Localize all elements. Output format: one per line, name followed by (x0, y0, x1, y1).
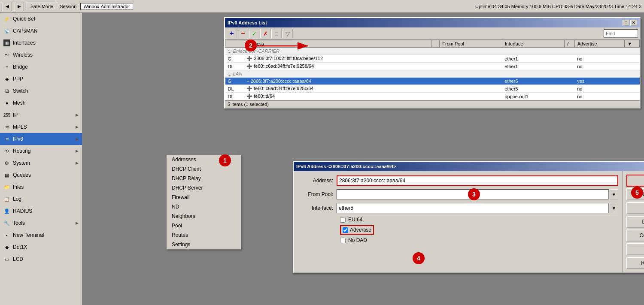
sidebar-item-new-terminal[interactable]: ▪ New Terminal (0, 229, 82, 241)
menu-item-settings[interactable]: Settings (167, 240, 241, 249)
sidebar-label-wireless: Wireless (13, 52, 79, 58)
cross-button[interactable]: ✗ (260, 29, 270, 38)
remove-button[interactable]: Remove (626, 257, 644, 269)
flag-dl3: DL (225, 93, 244, 100)
capsman-icon: 📡 (3, 27, 10, 34)
col-address: Address (244, 40, 431, 48)
sidebar-item-tools[interactable]: 🔧 Tools ▶ (0, 217, 82, 229)
copy-dialog-button[interactable]: Copy (626, 243, 644, 255)
eui64-checkbox[interactable] (340, 217, 346, 223)
cancel-button[interactable]: Cancel (626, 188, 644, 200)
sidebar-item-interfaces[interactable]: ▦ Interfaces (0, 37, 82, 49)
tools-arrow: ▶ (76, 221, 79, 225)
from-pool-dropdown[interactable]: ▼ (610, 189, 618, 199)
copy-button[interactable]: □ (271, 29, 282, 38)
sidebar-item-ip[interactable]: 255 IP ▶ (0, 109, 82, 121)
col-from-pool: From Pool (440, 40, 502, 48)
interface-dropdown[interactable]: ▼ (610, 203, 618, 213)
sidebar-item-quick-set[interactable]: ⚡ Quick Set (0, 13, 82, 25)
sidebar-item-queues[interactable]: ▤ Queues (0, 169, 82, 181)
sidebar-item-switch[interactable]: ⊞ Switch (0, 85, 82, 97)
table-row[interactable]: G ➕ 2806:3f7:1002::ffff:f0ca:bebe/112 et… (225, 55, 640, 63)
iface-3: ether5 (502, 78, 565, 85)
sidebar-item-dot1x[interactable]: ◆ Dot1X (0, 241, 82, 253)
sidebar-item-radius[interactable]: 👤 RADIUS (0, 205, 82, 217)
back-button[interactable]: ◀ (3, 2, 12, 11)
sep1-3 (431, 78, 440, 85)
sidebar-item-system[interactable]: ⚙ System ▶ (0, 157, 82, 169)
sidebar-item-routing[interactable]: ⟲ Routing ▶ (0, 145, 82, 157)
table-row-selected[interactable]: G − 2806:3f7:a200:cccc::aaaa/64 ether5 y… (225, 78, 640, 85)
dialog-content: Address: From Pool: ▼ Interface: (294, 171, 644, 272)
sidebar-item-bridge[interactable]: ≡ Bridge (0, 61, 82, 73)
remove-button[interactable]: − (238, 29, 248, 38)
table-row[interactable]: DL ➕ fe80::c6ad:34ff:fe7e:925c/64 ether5… (225, 85, 640, 93)
filter-button[interactable]: ▽ (283, 29, 293, 38)
main-layout: ⚡ Quick Set 📡 CAPsMAN ▦ Interfaces 〜 Wir… (0, 13, 644, 305)
sidebar-item-mesh[interactable]: ● Mesh (0, 97, 82, 109)
menu-item-nd[interactable]: ND (167, 202, 241, 211)
forward-button[interactable]: ▶ (15, 2, 24, 11)
safe-mode-button[interactable]: Safe Mode (27, 3, 57, 10)
sidebar-item-wireless[interactable]: 〜 Wireless (0, 49, 82, 61)
sidebar-label-ppp: PPP (13, 76, 79, 82)
from-pool-wrapper: ▼ (337, 189, 618, 199)
iface-5: pppoe-out1 (502, 93, 565, 100)
flag-g1: G (225, 55, 244, 63)
ipv6-list-minimize[interactable]: □ (623, 20, 629, 26)
ipv6-list-close[interactable]: ✕ (630, 20, 637, 26)
sidebar-item-ipv6[interactable]: ≋ IPv6 ▶ (0, 133, 82, 145)
sidebar-label-files: Files (13, 184, 79, 190)
sidebar-item-ppp[interactable]: ◈ PPP (0, 73, 82, 85)
advertise-checkbox[interactable] (343, 227, 348, 233)
extra-3 (625, 78, 640, 85)
ipv6-list-title: IPv6 Address List (228, 20, 623, 25)
ipv6-list-titlebar: IPv6 Address List □ ✕ (225, 18, 640, 27)
col-advertise: Advertise (574, 40, 624, 48)
table-row[interactable]: DL ➕ fe80::c6ad:34ff:fe7e:9258/64 ether1… (225, 63, 640, 70)
comment-button[interactable]: Comment (626, 230, 644, 242)
switch-icon: ⊞ (3, 88, 10, 94)
address-input[interactable] (337, 175, 618, 186)
terminal-icon: ▪ (3, 232, 10, 239)
no-dad-checkbox[interactable] (340, 238, 346, 243)
ip-arrow: ▶ (76, 113, 79, 117)
pool-2 (440, 63, 502, 70)
col-dropdown: ▼ (625, 40, 640, 48)
menu-item-neighbors[interactable]: Neighbors (167, 211, 241, 221)
menu-item-routes[interactable]: Routes (167, 230, 241, 240)
quick-set-icon: ⚡ (3, 15, 10, 22)
table-row[interactable]: DL ➕ fe80::d/64 pppoe-out1 no (225, 93, 640, 100)
find-input[interactable] (604, 29, 638, 38)
eui64-label: EUI64 (348, 217, 362, 223)
sidebar-item-capsman[interactable]: 📡 CAPsMAN (0, 25, 82, 37)
add-button[interactable]: + (227, 29, 237, 38)
addr-1: ➕ 2806:3f7:1002::ffff:f0ca:bebe/112 (244, 55, 431, 63)
apply-button[interactable]: Apply (626, 202, 644, 214)
ok-button[interactable]: OK (626, 175, 644, 187)
pool-1 (440, 55, 502, 63)
menu-item-addresses[interactable]: Addresses (167, 155, 241, 164)
disable-button[interactable]: Disable (626, 216, 644, 228)
check-button[interactable]: ✓ (249, 29, 259, 38)
ipv6-dialog-titlebar: IPv6 Address <2806:3f7:a200:cccc::aaaa/6… (294, 162, 644, 171)
interfaces-icon: ▦ (3, 39, 10, 46)
menu-item-dhcp-server[interactable]: DHCP Server (167, 183, 241, 193)
menu-item-dhcp-client[interactable]: DHCP Client (167, 164, 241, 174)
ipv6-icon: ≋ (3, 136, 10, 142)
sidebar-label-interfaces: Interfaces (13, 40, 79, 46)
top-bar: ◀ ▶ Safe Mode Session: Winbox-Administra… (0, 0, 644, 13)
ipv6-address-list-window: IPv6 Address List □ ✕ + − ✓ ✗ □ ▽ (224, 17, 641, 109)
flag-dl2: DL (225, 85, 244, 93)
sidebar-item-lcd[interactable]: ▭ LCD (0, 253, 82, 265)
menu-item-dhcp-relay[interactable]: DHCP Relay (167, 174, 241, 183)
menu-item-firewall[interactable]: Firewall (167, 193, 241, 202)
menu-item-pool[interactable]: Pool (167, 221, 241, 230)
pool-4 (440, 85, 502, 93)
sidebar-item-log[interactable]: 📋 Log (0, 193, 82, 205)
from-pool-input[interactable] (337, 189, 609, 199)
lcd-icon: ▭ (3, 256, 10, 263)
interface-input[interactable] (337, 203, 609, 213)
sidebar-item-files[interactable]: 📁 Files (0, 181, 82, 193)
sidebar-item-mpls[interactable]: ≋ MPLS ▶ (0, 121, 82, 133)
